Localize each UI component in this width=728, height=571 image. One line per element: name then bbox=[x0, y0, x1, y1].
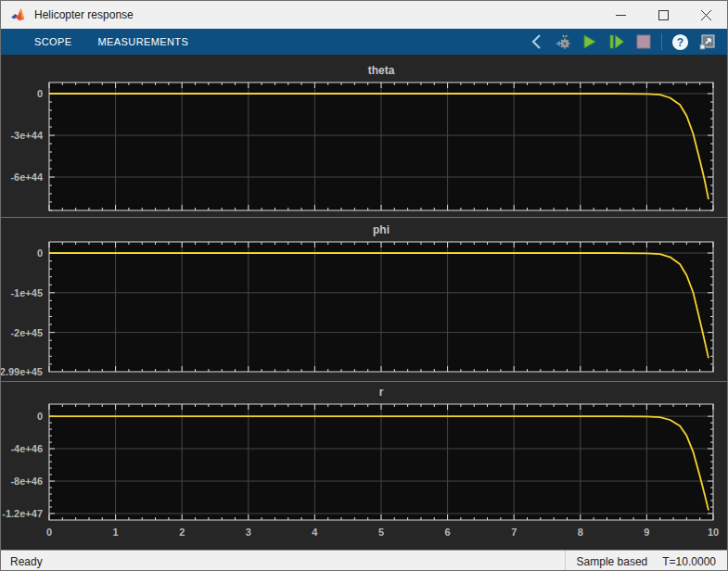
svg-text:theta: theta bbox=[368, 64, 395, 77]
scope-display-r[interactable]: r0-4e+46-8e+46-1.2e+47012345678910 bbox=[1, 382, 727, 550]
sample-mode-label: Sample based bbox=[565, 551, 659, 571]
svg-text:10: 10 bbox=[708, 527, 719, 538]
svg-text:0: 0 bbox=[37, 247, 43, 259]
tab-measurements[interactable]: MEASUREMENTS bbox=[85, 29, 202, 55]
svg-text:?: ? bbox=[676, 35, 683, 48]
matlab-logo-icon bbox=[10, 7, 27, 22]
stop-icon[interactable] bbox=[634, 32, 653, 51]
svg-text:3: 3 bbox=[246, 527, 251, 538]
close-button[interactable] bbox=[684, 1, 727, 29]
sim-time-label: T=10.0000 bbox=[658, 551, 727, 571]
toolbar-separator bbox=[661, 33, 662, 50]
svg-text:-1.2e+47: -1.2e+47 bbox=[2, 508, 43, 519]
svg-text:-2e+45: -2e+45 bbox=[10, 327, 43, 338]
status-text: Ready bbox=[1, 555, 43, 568]
svg-text:0: 0 bbox=[37, 411, 43, 422]
step-forward-icon[interactable] bbox=[607, 32, 626, 51]
scope-window: Helicopter response SCOPE MEASUREMENTS bbox=[0, 0, 728, 571]
svg-text:r: r bbox=[379, 386, 384, 399]
run-icon[interactable] bbox=[581, 32, 599, 51]
statusbar: Ready Sample based T=10.0000 bbox=[1, 550, 727, 571]
collapse-left-icon[interactable] bbox=[527, 32, 545, 51]
stepping-options-gear-icon[interactable] bbox=[554, 32, 572, 51]
svg-text:9: 9 bbox=[644, 527, 649, 538]
svg-text:-1e+45: -1e+45 bbox=[10, 287, 43, 298]
svg-text:7: 7 bbox=[511, 527, 517, 538]
titlebar: Helicopter response bbox=[1, 1, 727, 29]
svg-text:-4e+46: -4e+46 bbox=[10, 443, 43, 454]
toolstrip: SCOPE MEASUREMENTS bbox=[1, 29, 727, 55]
scope-display-phi[interactable]: phi0-1e+45-2e+45-2.99e+45 bbox=[1, 218, 727, 381]
svg-text:0: 0 bbox=[46, 527, 52, 538]
svg-text:1: 1 bbox=[113, 527, 119, 538]
svg-text:6: 6 bbox=[445, 527, 451, 538]
svg-text:5: 5 bbox=[378, 527, 384, 538]
display-panel-r: r0-4e+46-8e+46-1.2e+47012345678910 bbox=[1, 382, 727, 550]
svg-text:-8e+46: -8e+46 bbox=[10, 476, 43, 487]
popout-icon[interactable] bbox=[697, 32, 716, 51]
svg-text:2: 2 bbox=[179, 527, 185, 538]
display-panel-phi: phi0-1e+45-2e+45-2.99e+45 bbox=[1, 218, 727, 381]
svg-text:-6e+44: -6e+44 bbox=[10, 171, 43, 183]
minimize-button[interactable] bbox=[599, 1, 642, 29]
maximize-button[interactable] bbox=[642, 1, 684, 29]
svg-text:-3e+44: -3e+44 bbox=[10, 130, 43, 141]
svg-text:phi: phi bbox=[373, 223, 390, 236]
help-icon[interactable]: ? bbox=[671, 32, 689, 51]
svg-text:-2.99e+45: -2.99e+45 bbox=[1, 366, 43, 377]
scope-display-theta[interactable]: theta0-3e+44-6e+44 bbox=[1, 55, 727, 217]
svg-text:4: 4 bbox=[312, 527, 318, 538]
scope-displays: theta0-3e+44-6e+44 phi0-1e+45-2e+45-2.99… bbox=[1, 55, 727, 550]
tab-scope[interactable]: SCOPE bbox=[21, 29, 85, 55]
svg-text:0: 0 bbox=[37, 88, 43, 99]
svg-text:8: 8 bbox=[578, 527, 583, 538]
display-panel-theta: theta0-3e+44-6e+44 bbox=[1, 55, 727, 217]
window-title: Helicopter response bbox=[34, 8, 134, 21]
